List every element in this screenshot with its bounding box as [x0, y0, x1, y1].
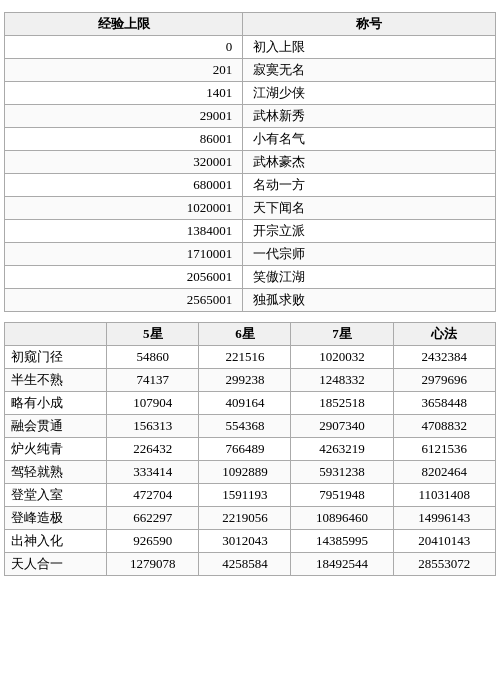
wuxing-value-cell: 4263219 [291, 438, 393, 461]
wuxing-value-cell: 662297 [107, 507, 199, 530]
wuxing-value-cell: 20410143 [393, 530, 495, 553]
wuxing-skill-name: 融会贯通 [5, 415, 107, 438]
wuxing-value-cell: 1248332 [291, 369, 393, 392]
level-exp-cell: 0 [5, 36, 243, 59]
level-row: 1710001一代宗师 [5, 243, 496, 266]
page-title [0, 0, 500, 12]
level-row: 86001小有名气 [5, 128, 496, 151]
level-row: 680001名动一方 [5, 174, 496, 197]
wuxing-value-cell: 14996143 [393, 507, 495, 530]
level-exp-cell: 320001 [5, 151, 243, 174]
wuxing-value-cell: 766489 [199, 438, 291, 461]
wuxing-value-cell: 409164 [199, 392, 291, 415]
level-title-cell: 江湖少侠 [243, 82, 496, 105]
wuxing-skill-name: 炉火纯青 [5, 438, 107, 461]
wuxing-value-cell: 221516 [199, 346, 291, 369]
wuxing-value-cell: 28553072 [393, 553, 495, 576]
level-title-cell: 小有名气 [243, 128, 496, 151]
level-exp-cell: 201 [5, 59, 243, 82]
level-row: 1384001开宗立派 [5, 220, 496, 243]
wuxing-skill-name: 登峰造极 [5, 507, 107, 530]
wuxing-value-cell: 472704 [107, 484, 199, 507]
wuxing-value-cell: 4258584 [199, 553, 291, 576]
wuxing-value-cell: 74137 [107, 369, 199, 392]
level-header-title: 称号 [243, 13, 496, 36]
wuxing-value-cell: 226432 [107, 438, 199, 461]
wuxing-value-cell: 333414 [107, 461, 199, 484]
wuxing-header-cell: 6星 [199, 323, 291, 346]
level-title-cell: 一代宗师 [243, 243, 496, 266]
level-exp-cell: 680001 [5, 174, 243, 197]
wuxing-skill-name: 天人合一 [5, 553, 107, 576]
wuxing-skill-name: 半生不熟 [5, 369, 107, 392]
wuxing-row: 出神入化92659030120431438599520410143 [5, 530, 496, 553]
wuxing-value-cell: 18492544 [291, 553, 393, 576]
level-row: 320001武林豪杰 [5, 151, 496, 174]
wuxing-value-cell: 107904 [107, 392, 199, 415]
wuxing-value-cell: 1092889 [199, 461, 291, 484]
wuxing-header-cell [5, 323, 107, 346]
level-row: 29001武林新秀 [5, 105, 496, 128]
wuxing-value-cell: 3012043 [199, 530, 291, 553]
wuxing-skill-name: 登堂入室 [5, 484, 107, 507]
wuxing-row: 天人合一127907842585841849254428553072 [5, 553, 496, 576]
wuxing-row: 融会贯通15631355436829073404708832 [5, 415, 496, 438]
level-title-cell: 天下闻名 [243, 197, 496, 220]
level-row: 0初入上限 [5, 36, 496, 59]
wuxing-skill-name: 略有小成 [5, 392, 107, 415]
wuxing-value-cell: 1852518 [291, 392, 393, 415]
wuxing-row: 登堂入室4727041591193795194811031408 [5, 484, 496, 507]
wuxing-row: 初窥门径5486022151610200322432384 [5, 346, 496, 369]
wuxing-value-cell: 1279078 [107, 553, 199, 576]
level-table: 经验上限 称号 0初入上限201寂寞无名1401江湖少侠29001武林新秀860… [4, 12, 496, 312]
wuxing-section: 5星6星7星心法 初窥门径5486022151610200322432384半生… [0, 322, 500, 576]
wuxing-row: 炉火纯青22643276648942632196121536 [5, 438, 496, 461]
level-section: 经验上限 称号 0初入上限201寂寞无名1401江湖少侠29001武林新秀860… [0, 12, 500, 312]
level-exp-cell: 1384001 [5, 220, 243, 243]
level-row: 1020001天下闻名 [5, 197, 496, 220]
level-row: 201寂寞无名 [5, 59, 496, 82]
wuxing-value-cell: 299238 [199, 369, 291, 392]
wuxing-value-cell: 10896460 [291, 507, 393, 530]
wuxing-value-cell: 2432384 [393, 346, 495, 369]
level-row: 2565001独孤求败 [5, 289, 496, 312]
wuxing-value-cell: 7951948 [291, 484, 393, 507]
level-title-cell: 武林新秀 [243, 105, 496, 128]
wuxing-value-cell: 554368 [199, 415, 291, 438]
level-exp-cell: 1401 [5, 82, 243, 105]
wuxing-value-cell: 2907340 [291, 415, 393, 438]
level-row: 1401江湖少侠 [5, 82, 496, 105]
level-title-cell: 名动一方 [243, 174, 496, 197]
level-title-cell: 初入上限 [243, 36, 496, 59]
level-header-exp: 经验上限 [5, 13, 243, 36]
wuxing-value-cell: 2979696 [393, 369, 495, 392]
wuxing-value-cell: 11031408 [393, 484, 495, 507]
level-title-cell: 寂寞无名 [243, 59, 496, 82]
wuxing-value-cell: 3658448 [393, 392, 495, 415]
level-exp-cell: 1020001 [5, 197, 243, 220]
level-title-cell: 独孤求败 [243, 289, 496, 312]
level-title-cell: 武林豪杰 [243, 151, 496, 174]
wuxing-value-cell: 1020032 [291, 346, 393, 369]
wuxing-value-cell: 2219056 [199, 507, 291, 530]
wuxing-value-cell: 8202464 [393, 461, 495, 484]
wuxing-value-cell: 14385995 [291, 530, 393, 553]
wuxing-value-cell: 6121536 [393, 438, 495, 461]
wuxing-row: 驾轻就熟333414109288959312388202464 [5, 461, 496, 484]
wuxing-row: 登峰造极66229722190561089646014996143 [5, 507, 496, 530]
wuxing-skill-name: 出神入化 [5, 530, 107, 553]
wuxing-value-cell: 1591193 [199, 484, 291, 507]
wuxing-value-cell: 5931238 [291, 461, 393, 484]
level-exp-cell: 1710001 [5, 243, 243, 266]
level-exp-cell: 86001 [5, 128, 243, 151]
wuxing-header-cell: 7星 [291, 323, 393, 346]
level-title-cell: 开宗立派 [243, 220, 496, 243]
wuxing-row: 半生不熟7413729923812483322979696 [5, 369, 496, 392]
level-exp-cell: 2565001 [5, 289, 243, 312]
level-exp-cell: 2056001 [5, 266, 243, 289]
level-row: 2056001笑傲江湖 [5, 266, 496, 289]
wuxing-table: 5星6星7星心法 初窥门径5486022151610200322432384半生… [4, 322, 496, 576]
wuxing-value-cell: 4708832 [393, 415, 495, 438]
wuxing-value-cell: 156313 [107, 415, 199, 438]
wuxing-row: 略有小成10790440916418525183658448 [5, 392, 496, 415]
